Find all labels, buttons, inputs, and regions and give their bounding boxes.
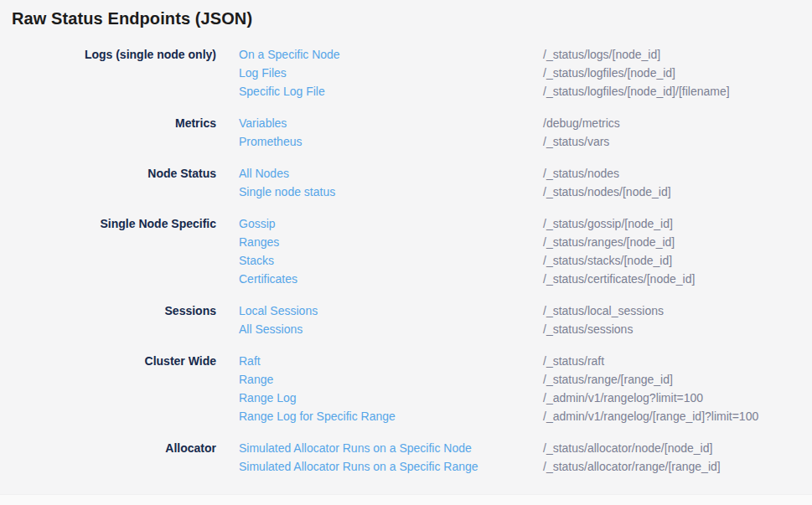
endpoint-link[interactable]: Simulated Allocator Runs on a Specific N… — [239, 439, 543, 457]
endpoint-path: /_status/gossip/[node_id] — [543, 214, 812, 233]
category-label: Cluster Wide — [0, 352, 216, 370]
endpoint-link[interactable]: Simulated Allocator Runs on a Specific R… — [239, 457, 543, 476]
endpoint-group: MetricsVariablesPrometheus/debug/metrics… — [0, 114, 812, 151]
endpoint-link[interactable]: All Sessions — [239, 320, 543, 338]
endpoint-group: SessionsLocal SessionsAll Sessions/_stat… — [0, 301, 812, 338]
endpoint-path: /_status/certificates/[node_id] — [543, 270, 812, 288]
endpoint-links-column: On a Specific NodeLog FilesSpecific Log … — [239, 45, 543, 100]
endpoint-groups: Logs (single node only)On a Specific Nod… — [0, 45, 812, 489]
endpoint-path: /_admin/v1/rangelog/[range_id]?limit=100 — [543, 407, 812, 425]
endpoint-links-column: RaftRangeRange LogRange Log for Specific… — [239, 352, 543, 425]
endpoint-link[interactable]: Raft — [239, 352, 543, 370]
category-label: Metrics — [0, 114, 216, 132]
endpoint-path: /_status/local_sessions — [543, 301, 812, 320]
endpoint-link[interactable]: Certificates — [239, 270, 543, 288]
endpoint-link[interactable]: Single node status — [239, 183, 543, 201]
endpoint-link[interactable]: On a Specific Node — [239, 45, 543, 64]
endpoint-path: /_status/stacks/[node_id] — [543, 251, 812, 270]
endpoint-path: /_admin/v1/rangelog?limit=100 — [543, 389, 812, 407]
endpoint-path: /_status/vars — [543, 132, 812, 151]
category-label: Logs (single node only) — [0, 45, 216, 64]
endpoint-link[interactable]: Range — [239, 370, 543, 389]
category-label: Allocator — [0, 439, 216, 457]
endpoint-link[interactable]: Range Log for Specific Range — [239, 407, 543, 425]
endpoint-link[interactable]: All Nodes — [239, 164, 543, 183]
endpoint-link[interactable]: Prometheus — [239, 132, 543, 151]
endpoint-links-column: All NodesSingle node status — [239, 164, 543, 201]
endpoint-paths-column: /_status/gossip/[node_id]/_status/ranges… — [543, 214, 812, 288]
endpoint-path: /_status/sessions — [543, 320, 812, 338]
endpoint-group: AllocatorSimulated Allocator Runs on a S… — [0, 439, 812, 476]
endpoint-link[interactable]: Range Log — [239, 389, 543, 407]
endpoint-path: /_status/logfiles/[node_id]/[filename] — [543, 82, 812, 100]
endpoint-link[interactable]: Gossip — [239, 214, 543, 233]
endpoint-paths-column: /_status/allocator/node/[node_id]/_statu… — [543, 439, 812, 476]
endpoint-links-column: Simulated Allocator Runs on a Specific N… — [239, 439, 543, 476]
endpoint-link[interactable]: Stacks — [239, 251, 543, 270]
endpoint-links-column: Local SessionsAll Sessions — [239, 301, 543, 338]
endpoint-path: /_status/nodes/[node_id] — [543, 183, 812, 201]
endpoint-link[interactable]: Specific Log File — [239, 82, 543, 100]
endpoint-path: /_status/allocator/node/[node_id] — [543, 439, 812, 457]
endpoint-paths-column: /_status/raft/_status/range/[range_id]/_… — [543, 352, 812, 425]
endpoint-link[interactable]: Local Sessions — [239, 301, 543, 320]
endpoint-path: /_status/nodes — [543, 164, 812, 183]
page-title: Raw Status Endpoints (JSON) — [12, 9, 252, 28]
endpoint-path: /_status/ranges/[node_id] — [543, 233, 812, 251]
endpoint-link[interactable]: Ranges — [239, 233, 543, 251]
category-label: Single Node Specific — [0, 214, 216, 233]
endpoint-links-column: VariablesPrometheus — [239, 114, 543, 151]
endpoint-path: /_status/logs/[node_id] — [543, 45, 812, 64]
endpoint-paths-column: /_status/logs/[node_id]/_status/logfiles… — [543, 45, 812, 100]
endpoint-link[interactable]: Log Files — [239, 64, 543, 82]
endpoint-paths-column: /_status/nodes/_status/nodes/[node_id] — [543, 164, 812, 201]
category-label: Sessions — [0, 301, 216, 320]
endpoint-path: /_status/raft — [543, 352, 812, 370]
endpoint-path: /_status/allocator/range/[range_id] — [543, 457, 812, 476]
endpoint-path: /debug/metrics — [543, 114, 812, 132]
endpoint-path: /_status/range/[range_id] — [543, 370, 812, 389]
endpoint-links-column: GossipRangesStacksCertificates — [239, 214, 543, 288]
endpoint-link[interactable]: Variables — [239, 114, 543, 132]
endpoint-group: Logs (single node only)On a Specific Nod… — [0, 45, 812, 100]
endpoint-paths-column: /debug/metrics/_status/vars — [543, 114, 812, 151]
page-bottom-edge — [0, 494, 812, 505]
endpoint-path: /_status/logfiles/[node_id] — [543, 64, 812, 82]
endpoint-group: Node StatusAll NodesSingle node status/_… — [0, 164, 812, 201]
endpoint-group: Single Node SpecificGossipRangesStacksCe… — [0, 214, 812, 288]
endpoint-group: Cluster WideRaftRangeRange LogRange Log … — [0, 352, 812, 425]
category-label: Node Status — [0, 164, 216, 183]
endpoint-paths-column: /_status/local_sessions/_status/sessions — [543, 301, 812, 338]
